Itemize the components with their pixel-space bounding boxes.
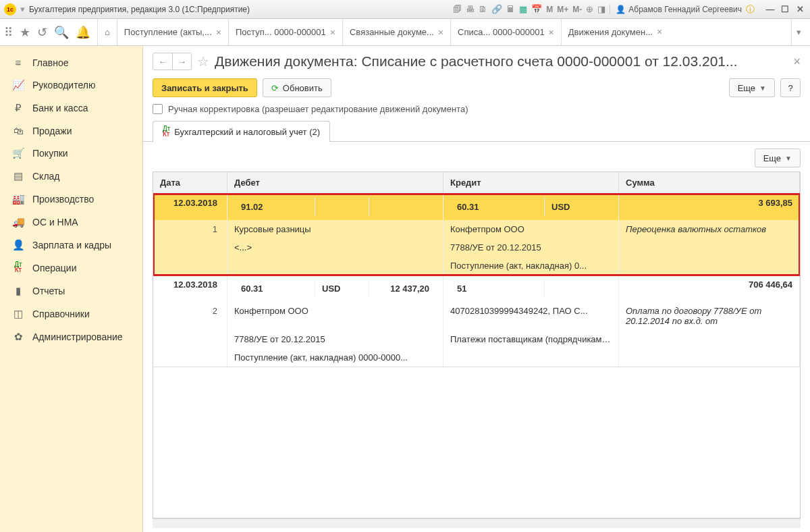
m-plus-button[interactable]: M+ <box>557 5 568 14</box>
content-area: ← → ☆ Движения документа: Списание с рас… <box>143 46 810 532</box>
tab-close-icon[interactable]: × <box>216 27 221 38</box>
favorites-icon[interactable]: ★ <box>20 25 30 40</box>
refresh-icon: ⟳ <box>271 83 279 93</box>
user-info[interactable]: 👤 Абрамов Геннадий Сергеевич <box>610 5 742 14</box>
refresh-button[interactable]: ⟳Обновить <box>263 78 331 97</box>
nav-item-2[interactable]: ₽Банк и касса <box>0 97 142 119</box>
nav-item-5[interactable]: ▤Склад <box>0 165 142 188</box>
main-toolbar: ⠿ ★ ↺ 🔍 🔔 ⌂ Поступление (акты,...× Посту… <box>0 19 810 46</box>
favorite-star-icon[interactable]: ☆ <box>197 53 209 70</box>
app-logo: 1c <box>4 3 16 16</box>
entries-table: Дата Дебет Кредит Сумма 12.03.201891.026… <box>153 171 801 518</box>
title-bar: 1c ▾ Бухгалтерия предприятия, редакция 3… <box>0 0 810 19</box>
nav-label: Склад <box>32 171 60 182</box>
accounting-tab[interactable]: ДтКт Бухгалтерский и налоговый учет (2) <box>153 121 330 142</box>
nav-item-7[interactable]: 🚚ОС и НМА <box>0 211 142 234</box>
table-more-button[interactable]: Еще▼ <box>755 149 801 167</box>
nav-label: ОС и НМА <box>32 217 78 228</box>
nav-icon: 👤 <box>12 239 24 251</box>
home-tab[interactable]: ⌂ <box>97 19 117 45</box>
panel-icon[interactable]: ◨ <box>597 4 605 14</box>
horizontal-scrollbar[interactable] <box>153 518 801 528</box>
nav-icon: ДтКт <box>12 262 24 274</box>
tab-close-icon[interactable]: × <box>330 27 335 38</box>
tab-3[interactable]: Списа... 0000-000001× <box>450 19 561 45</box>
grid-icon[interactable]: ▦ <box>519 4 527 14</box>
nav-icon: 📈 <box>12 79 24 91</box>
page-title: Движения документа: Списание с расчетног… <box>215 53 788 70</box>
col-credit[interactable]: Кредит <box>443 172 619 193</box>
col-sum[interactable]: Сумма <box>619 172 800 193</box>
nav-icon: 🚚 <box>12 216 24 228</box>
back-button[interactable]: ← <box>153 53 172 70</box>
checkbox-icon[interactable] <box>153 104 163 114</box>
nav-label: Справочники <box>32 309 90 319</box>
nav-back-forward: ← → <box>153 53 192 70</box>
page-close-button[interactable]: × <box>793 55 801 69</box>
nav-item-10[interactable]: ▮Отчеты <box>0 280 142 302</box>
print-icon[interactable]: 🖶 <box>466 4 475 14</box>
copy-icon[interactable]: 🗎 <box>479 4 487 14</box>
tab-1[interactable]: Поступ... 0000-000001× <box>228 19 342 45</box>
nav-item-4[interactable]: 🛒Покупки <box>0 142 142 165</box>
notifications-icon[interactable]: 🔔 <box>76 25 90 40</box>
m-minus-button[interactable]: M- <box>572 5 582 14</box>
nav-item-0[interactable]: ≡Главное <box>0 51 142 74</box>
tab-close-icon[interactable]: × <box>657 26 662 37</box>
title-icons: 🗐 🖶 🗎 🔗 🖩 ▦ 📅 M M+ M- ⊕ ◨ 👤 Абрамов Генн… <box>453 3 755 16</box>
nav-icon: 🛍 <box>12 125 24 136</box>
tab-0[interactable]: Поступление (акты,...× <box>117 19 228 45</box>
search-icon[interactable]: 🔍 <box>54 25 69 40</box>
more-button[interactable]: Еще▼ <box>729 78 775 97</box>
nav-item-3[interactable]: 🛍Продажи <box>0 119 142 142</box>
manual-edit-checkbox-row[interactable]: Ручная корректировка (разрешает редактир… <box>143 101 810 121</box>
table-header: Дата Дебет Кредит Сумма <box>153 172 800 194</box>
nav-item-6[interactable]: 🏭Производство <box>0 188 142 211</box>
nav-label: Производство <box>32 194 94 205</box>
nav-item-9[interactable]: ДтКтОперации <box>0 257 142 280</box>
nav-item-12[interactable]: ✿Администрирование <box>0 325 142 348</box>
save-and-close-button[interactable]: Записать и закрыть <box>153 78 257 97</box>
minimize-button[interactable]: — <box>764 4 776 14</box>
apps-icon[interactable]: ⠿ <box>4 25 13 40</box>
history-icon[interactable]: ↺ <box>37 25 47 40</box>
nav-icon: 🛒 <box>12 147 24 159</box>
nav-label: Банк и касса <box>32 103 88 113</box>
forward-button[interactable]: → <box>172 53 191 70</box>
nav-label: Руководителю <box>32 80 95 90</box>
app-title: Бухгалтерия предприятия, редакция 3.0 (1… <box>29 5 250 14</box>
nav-icon: ≡ <box>12 57 24 68</box>
user-icon: 👤 <box>616 5 626 14</box>
tabs-overflow-button[interactable]: ▾ <box>791 19 806 45</box>
tab-4-active[interactable]: Движения докумен...× <box>561 19 669 45</box>
nav-icon: ✿ <box>12 331 24 343</box>
info-icon[interactable]: ⓘ <box>746 3 755 16</box>
calc-icon[interactable]: 🖩 <box>506 4 515 14</box>
zoom-icon[interactable]: ⊕ <box>586 4 593 14</box>
link-icon[interactable]: 🔗 <box>491 4 502 14</box>
m-button[interactable]: M <box>546 5 553 14</box>
chevron-down-icon: ▼ <box>759 84 766 92</box>
tab-close-icon[interactable]: × <box>438 27 443 38</box>
navigation-sidebar: ≡Главное📈Руководителю₽Банк и касса🛍Прода… <box>0 46 143 532</box>
calendar-icon[interactable]: 📅 <box>531 4 542 14</box>
nav-label: Продажи <box>32 126 72 136</box>
maximize-button[interactable]: ☐ <box>779 4 791 14</box>
help-button[interactable]: ? <box>780 78 801 97</box>
tab-2[interactable]: Связанные докуме...× <box>342 19 450 45</box>
entry-row[interactable]: 12.03.201891.0260.31USD3 693,851Курсовые… <box>153 194 800 275</box>
nav-item-1[interactable]: 📈Руководителю <box>0 74 142 97</box>
recent-dropdown-icon[interactable]: ▾ <box>20 4 25 14</box>
col-date[interactable]: Дата <box>153 172 227 193</box>
nav-icon: ▮ <box>12 285 24 297</box>
chevron-down-icon: ▼ <box>785 155 792 162</box>
nav-item-11[interactable]: ◫Справочники <box>0 302 142 325</box>
entry-row[interactable]: 12.03.201860.31USD12 437,2051706 446,642… <box>153 275 800 367</box>
window-close-button[interactable]: ✕ <box>794 4 806 14</box>
nav-icon: ◫ <box>12 308 24 320</box>
compare-icon[interactable]: 🗐 <box>453 4 462 14</box>
nav-label: Главное <box>32 57 69 68</box>
col-debit[interactable]: Дебет <box>227 172 443 193</box>
nav-item-8[interactable]: 👤Зарплата и кадры <box>0 234 142 257</box>
tab-close-icon[interactable]: × <box>549 27 554 38</box>
